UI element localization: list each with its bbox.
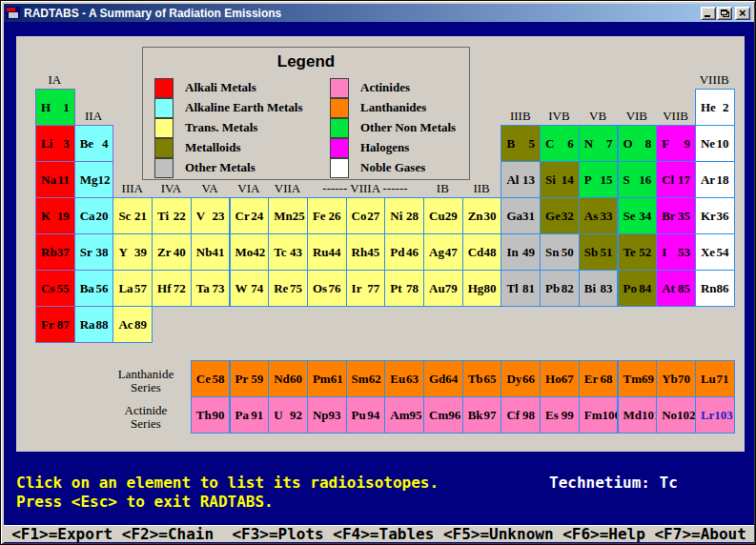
element-cell-bk[interactable]: Bk97 bbox=[462, 396, 502, 434]
element-cell-te[interactable]: Te52 bbox=[618, 233, 658, 271]
element-cell-as[interactable]: As33 bbox=[579, 197, 619, 234]
element-cell-rb[interactable]: Rb37 bbox=[35, 233, 75, 271]
element-cell-tm[interactable]: Tm69 bbox=[618, 360, 658, 397]
element-cell-pb[interactable]: Pb82 bbox=[540, 270, 580, 307]
element-cell-n[interactable]: N7 bbox=[579, 125, 619, 162]
element-cell-li[interactable]: Li3 bbox=[35, 125, 75, 162]
element-cell-f[interactable]: F9 bbox=[656, 125, 696, 162]
element-cell-sb[interactable]: Sb51 bbox=[579, 233, 619, 271]
restore-button[interactable] bbox=[717, 7, 732, 20]
element-cell-pa[interactable]: Pa91 bbox=[230, 396, 270, 434]
element-cell-au[interactable]: Au79 bbox=[423, 270, 463, 307]
element-cell-ag[interactable]: Ag47 bbox=[423, 233, 463, 271]
element-cell-i[interactable]: I53 bbox=[656, 233, 696, 271]
element-cell-dy[interactable]: Dy66 bbox=[501, 360, 541, 397]
element-cell-ga[interactable]: Ga31 bbox=[501, 197, 541, 234]
element-cell-la[interactable]: La57 bbox=[112, 270, 153, 307]
element-cell-o[interactable]: O8 bbox=[618, 125, 658, 162]
element-cell-nd[interactable]: Nd60 bbox=[268, 360, 308, 397]
element-cell-se[interactable]: Se34 bbox=[618, 197, 658, 234]
element-cell-ru[interactable]: Ru44 bbox=[307, 233, 347, 271]
element-cell-w[interactable]: W74 bbox=[230, 270, 270, 307]
element-cell-xe[interactable]: Xe54 bbox=[695, 233, 735, 271]
element-cell-tl[interactable]: Tl81 bbox=[501, 270, 541, 307]
element-cell-ne[interactable]: Ne10 bbox=[695, 125, 735, 162]
element-cell-ca[interactable]: Ca20 bbox=[74, 197, 114, 234]
element-cell-co[interactable]: Co27 bbox=[346, 197, 386, 234]
element-cell-bi[interactable]: Bi83 bbox=[579, 270, 619, 307]
element-cell-sn[interactable]: Sn50 bbox=[540, 233, 580, 271]
element-cell-ar[interactable]: Ar18 bbox=[695, 161, 735, 198]
element-cell-be[interactable]: Be4 bbox=[74, 125, 114, 162]
element-cell-os[interactable]: Os76 bbox=[307, 270, 347, 307]
element-cell-am[interactable]: Am95 bbox=[384, 396, 424, 434]
element-cell-ge[interactable]: Ge32 bbox=[540, 197, 580, 234]
element-cell-fm[interactable]: Fm100 bbox=[579, 396, 619, 434]
element-cell-pu[interactable]: Pu94 bbox=[346, 396, 386, 434]
element-cell-eu[interactable]: Eu63 bbox=[384, 360, 424, 397]
element-cell-al[interactable]: Al13 bbox=[501, 161, 541, 198]
element-cell-u[interactable]: U92 bbox=[268, 396, 308, 434]
element-cell-cm[interactable]: Cm96 bbox=[423, 396, 463, 434]
element-cell-v[interactable]: V23 bbox=[191, 197, 231, 234]
element-cell-gd[interactable]: Gd64 bbox=[423, 360, 463, 397]
app-icon[interactable] bbox=[6, 7, 20, 19]
element-cell-c[interactable]: C6 bbox=[540, 125, 580, 162]
element-cell-hg[interactable]: Hg80 bbox=[462, 270, 502, 307]
element-cell-md[interactable]: Md101 bbox=[618, 396, 658, 434]
element-cell-cs[interactable]: Cs55 bbox=[35, 270, 75, 307]
element-cell-lr[interactable]: Lr103 bbox=[695, 396, 735, 434]
element-cell-nb[interactable]: Nb41 bbox=[191, 233, 231, 271]
element-cell-sc[interactable]: Sc21 bbox=[112, 197, 153, 234]
element-cell-rn[interactable]: Rn86 bbox=[695, 270, 735, 307]
element-cell-ho[interactable]: Ho67 bbox=[540, 360, 580, 397]
element-cell-fr[interactable]: Fr87 bbox=[35, 306, 75, 343]
element-cell-hf[interactable]: Hf72 bbox=[152, 270, 192, 307]
element-cell-fe[interactable]: Fe26 bbox=[307, 197, 347, 234]
element-cell-pd[interactable]: Pd46 bbox=[384, 233, 424, 271]
element-cell-re[interactable]: Re75 bbox=[268, 270, 308, 307]
element-cell-pm[interactable]: Pm61 bbox=[307, 360, 347, 397]
element-cell-s[interactable]: S16 bbox=[618, 161, 658, 198]
element-cell-ra[interactable]: Ra88 bbox=[74, 306, 114, 343]
minimize-button[interactable] bbox=[701, 7, 716, 20]
element-cell-na[interactable]: Na11 bbox=[35, 161, 75, 198]
element-cell-mo[interactable]: Mo42 bbox=[230, 233, 270, 271]
element-cell-cd[interactable]: Cd48 bbox=[462, 233, 502, 271]
element-cell-cr[interactable]: Cr24 bbox=[230, 197, 270, 234]
element-cell-rh[interactable]: Rh45 bbox=[346, 233, 386, 271]
element-cell-y[interactable]: Y39 bbox=[112, 233, 153, 271]
element-cell-in[interactable]: In49 bbox=[501, 233, 541, 271]
element-cell-ti[interactable]: Ti22 bbox=[152, 197, 192, 234]
element-cell-po[interactable]: Po84 bbox=[618, 270, 658, 307]
element-cell-cl[interactable]: Cl17 bbox=[656, 161, 696, 198]
element-cell-no[interactable]: No102 bbox=[656, 396, 696, 434]
close-button[interactable] bbox=[735, 7, 750, 20]
element-cell-ir[interactable]: Ir77 bbox=[346, 270, 386, 307]
element-cell-mg[interactable]: Mg12 bbox=[74, 161, 114, 198]
element-cell-zn[interactable]: Zn30 bbox=[462, 197, 502, 234]
element-cell-br[interactable]: Br35 bbox=[656, 197, 696, 234]
element-cell-np[interactable]: Np93 bbox=[307, 396, 347, 434]
element-cell-yb[interactable]: Yb70 bbox=[656, 360, 696, 397]
element-cell-ba[interactable]: Ba56 bbox=[74, 270, 114, 307]
element-cell-pt[interactable]: Pt78 bbox=[384, 270, 424, 307]
element-cell-pr[interactable]: Pr59 bbox=[230, 360, 270, 397]
element-cell-h[interactable]: H1 bbox=[35, 89, 75, 126]
element-cell-cf[interactable]: Cf98 bbox=[501, 396, 541, 434]
element-cell-ac[interactable]: Ac89 bbox=[112, 306, 153, 343]
element-cell-zr[interactable]: Zr40 bbox=[152, 233, 192, 271]
element-cell-ni[interactable]: Ni28 bbox=[384, 197, 424, 234]
element-cell-at[interactable]: At85 bbox=[656, 270, 696, 307]
element-cell-lu[interactable]: Lu71 bbox=[695, 360, 735, 397]
element-cell-p[interactable]: P15 bbox=[579, 161, 619, 198]
element-cell-si[interactable]: Si14 bbox=[540, 161, 580, 198]
element-cell-kr[interactable]: Kr36 bbox=[695, 197, 735, 234]
element-cell-k[interactable]: K19 bbox=[35, 197, 75, 234]
element-cell-es[interactable]: Es99 bbox=[540, 396, 580, 434]
element-cell-er[interactable]: Er68 bbox=[579, 360, 619, 397]
element-cell-ta[interactable]: Ta73 bbox=[191, 270, 231, 307]
element-cell-he[interactable]: He2 bbox=[695, 89, 735, 126]
element-cell-tb[interactable]: Tb65 bbox=[462, 360, 502, 397]
element-cell-cu[interactable]: Cu29 bbox=[423, 197, 463, 234]
